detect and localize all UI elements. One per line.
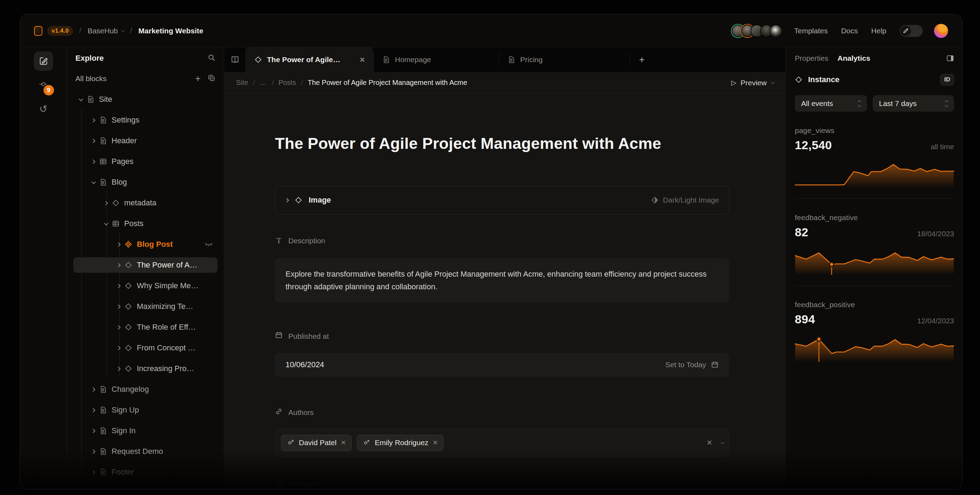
library-button[interactable] bbox=[224, 47, 246, 72]
sidebar-item-request-demo[interactable]: Request Demo bbox=[73, 444, 218, 459]
sidebar-item-settings[interactable]: Settings bbox=[73, 112, 218, 128]
sidebar-item-label: Sign Up bbox=[111, 406, 139, 415]
chevron-right-icon[interactable] bbox=[91, 408, 95, 412]
chevron-down-icon[interactable] bbox=[721, 441, 724, 444]
chevron-right-icon[interactable] bbox=[91, 470, 95, 475]
author-tag[interactable]: Emily Rodriguez ✕ bbox=[357, 434, 444, 451]
categories-field-label: Categories bbox=[275, 479, 729, 489]
chevron-right-icon[interactable] bbox=[91, 160, 95, 164]
hidden-eye-icon[interactable] bbox=[204, 241, 213, 248]
description-input[interactable]: Explore the transformative benefits of A… bbox=[275, 258, 729, 303]
chevron-right-icon[interactable] bbox=[116, 263, 121, 268]
tab-analytics[interactable]: Analytics bbox=[838, 54, 870, 62]
sidebar-item-maximizing[interactable]: Maximizing Te… bbox=[73, 299, 218, 314]
breadcrumb-separator: / bbox=[130, 27, 132, 35]
chevron-right-icon[interactable] bbox=[91, 449, 95, 454]
workspace-menu[interactable]: BaseHub bbox=[88, 27, 124, 35]
user-avatar[interactable] bbox=[934, 24, 948, 38]
author-tag[interactable]: David Patel ✕ bbox=[281, 434, 352, 451]
sidebar-item-the-power-of-agile[interactable]: The Power of A… bbox=[73, 257, 218, 273]
component-icon bbox=[124, 241, 132, 248]
tab-pricing[interactable]: Pricing bbox=[499, 47, 630, 72]
version-badge[interactable]: v1.4.0 bbox=[47, 26, 73, 36]
range-select[interactable]: Last 7 days bbox=[873, 95, 954, 112]
sidebar-item-header[interactable]: Header bbox=[73, 133, 218, 148]
new-tab-button[interactable]: + bbox=[630, 47, 654, 72]
history-button[interactable]: ↺ bbox=[39, 104, 47, 114]
field-label-text: Categories bbox=[288, 480, 324, 489]
sidebar-item-label: The Role of Eff… bbox=[137, 323, 196, 332]
document-icon bbox=[99, 448, 107, 455]
chevron-down-icon[interactable] bbox=[92, 179, 96, 184]
clear-all-icon[interactable]: ✕ bbox=[706, 439, 713, 447]
chevron-right-icon[interactable] bbox=[116, 242, 121, 247]
sidebar-item-blog-post[interactable]: Blog Post bbox=[73, 236, 218, 252]
chevron-right-icon[interactable] bbox=[103, 201, 108, 205]
document-icon bbox=[99, 178, 107, 186]
commit-button[interactable]: 9 bbox=[39, 80, 48, 90]
close-icon[interactable]: ✕ bbox=[360, 56, 365, 64]
breadcrumb-posts[interactable]: Posts bbox=[278, 79, 296, 87]
all-blocks-row: All blocks + bbox=[73, 69, 218, 88]
edit-mode-toggle[interactable] bbox=[900, 25, 923, 37]
sidebar-item-sign-in[interactable]: Sign In bbox=[73, 423, 218, 439]
remove-tag-icon[interactable]: ✕ bbox=[340, 439, 346, 447]
sidebar-item-label: Settings bbox=[111, 115, 140, 125]
add-block-button[interactable]: + bbox=[195, 74, 200, 83]
sidebar-item-label: Header bbox=[111, 136, 137, 145]
chevron-right-icon[interactable] bbox=[116, 367, 121, 371]
breadcrumb-site[interactable]: Site bbox=[236, 79, 248, 87]
metric-divider bbox=[795, 198, 954, 199]
events-select[interactable]: All events bbox=[795, 95, 867, 112]
sidebar-item-footer[interactable]: Footer bbox=[73, 465, 218, 480]
search-icon[interactable] bbox=[208, 54, 215, 63]
sidebar-item-why-simple[interactable]: Why Simple Me… bbox=[73, 278, 218, 294]
metric-name: feedback_positive bbox=[795, 300, 954, 309]
tab-homepage[interactable]: Homepage bbox=[374, 47, 499, 72]
templates-link[interactable]: Templates bbox=[794, 27, 828, 35]
chevron-right-icon[interactable] bbox=[91, 429, 95, 433]
chevron-down-icon[interactable] bbox=[79, 97, 83, 101]
panel-header: Properties Analytics bbox=[795, 47, 954, 69]
sidebar-item-posts[interactable]: Posts bbox=[73, 216, 218, 232]
image-block[interactable]: Image Dark/Light Image bbox=[275, 186, 729, 214]
sidebar-item-metadata[interactable]: metadata bbox=[73, 195, 218, 211]
docs-link[interactable]: Docs bbox=[841, 27, 858, 35]
page-title: The Power of Agile Project Management wi… bbox=[275, 134, 729, 153]
avatar[interactable] bbox=[770, 25, 782, 37]
chevron-right-icon[interactable] bbox=[116, 346, 121, 350]
help-link[interactable]: Help bbox=[871, 27, 886, 35]
sidebar-item-increasing[interactable]: Increasing Pro… bbox=[73, 361, 218, 376]
breadcrumb-ellipsis[interactable]: … bbox=[260, 79, 267, 87]
sidebar-item-changelog[interactable]: Changelog bbox=[73, 382, 218, 397]
collapse-all-icon[interactable] bbox=[208, 74, 215, 83]
preview-button[interactable]: ▷ Preview bbox=[731, 79, 773, 87]
sidebar-item-site[interactable]: Site bbox=[73, 92, 218, 107]
set-to-today-button[interactable]: Set to Today bbox=[665, 361, 719, 369]
tab-the-power-of-agile[interactable]: The Power of Agile… ✕ bbox=[246, 47, 374, 72]
app-logo-icon[interactable] bbox=[34, 26, 43, 36]
sidebar-item-label: Blog Post bbox=[137, 240, 173, 249]
id-badge[interactable]: ID bbox=[940, 74, 954, 85]
sidebar-item-blog[interactable]: Blog bbox=[73, 174, 218, 190]
chevron-right-icon[interactable] bbox=[91, 118, 95, 123]
chevron-down-icon[interactable] bbox=[104, 221, 109, 225]
chevron-right-icon[interactable] bbox=[116, 284, 121, 288]
sidebar-item-pages[interactable]: Pages bbox=[73, 154, 218, 169]
remove-tag-icon[interactable]: ✕ bbox=[433, 439, 438, 447]
compose-button[interactable] bbox=[34, 52, 53, 70]
panel-toggle-icon[interactable] bbox=[946, 54, 954, 62]
chevron-right-icon[interactable] bbox=[285, 198, 289, 203]
tab-properties[interactable]: Properties bbox=[795, 54, 829, 62]
chevron-right-icon[interactable] bbox=[116, 304, 121, 309]
sidebar-item-sign-up[interactable]: Sign Up bbox=[73, 402, 218, 418]
field-label-text: Published at bbox=[288, 332, 329, 340]
authors-input[interactable]: David Patel ✕ Emily Rodriguez ✕ ✕ bbox=[275, 429, 729, 457]
chevron-right-icon[interactable] bbox=[91, 387, 95, 392]
sidebar-item-the-role[interactable]: The Role of Eff… bbox=[73, 319, 218, 335]
published-date-input[interactable]: 10/06/2024 Set to Today bbox=[275, 353, 729, 377]
author-name: David Patel bbox=[299, 439, 336, 447]
sidebar-item-from-concept[interactable]: From Concept … bbox=[73, 340, 218, 356]
chevron-right-icon[interactable] bbox=[116, 325, 121, 330]
chevron-right-icon[interactable] bbox=[91, 139, 95, 143]
